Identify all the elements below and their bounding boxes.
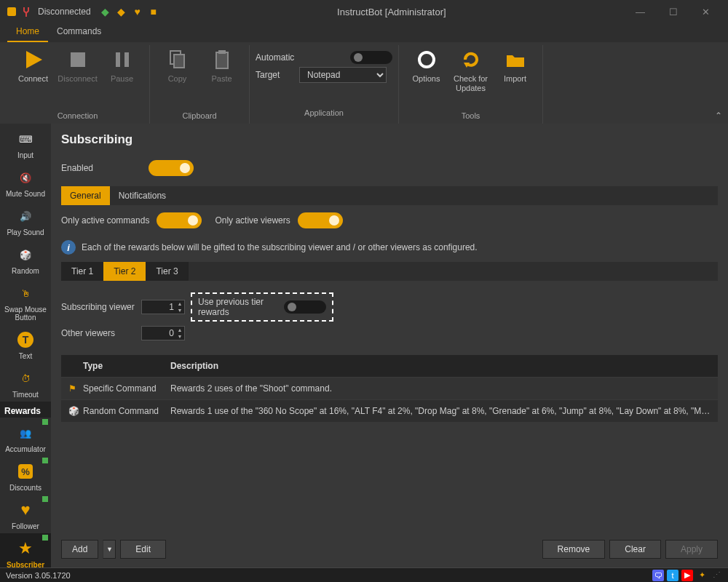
status-bar: Version 3.05.1720 🗨 t ▶ ✦ ⋰ [0, 567, 728, 582]
window-title: InstructBot [Administrator] [159, 7, 624, 17]
copy-button[interactable]: Copy [157, 45, 197, 84]
use-previous-tier-highlight: Use previous tier rewards [191, 292, 333, 322]
only-active-commands-toggle[interactable] [157, 212, 202, 228]
stopwatch-icon: ⏱ [15, 367, 36, 389]
ribbon-collapse-button[interactable]: ⌃ [715, 111, 722, 121]
menu-commands[interactable]: Commands [48, 23, 110, 42]
add-button-dropdown[interactable]: ▼ [103, 540, 116, 559]
add-button[interactable]: Add [61, 540, 98, 559]
table-row[interactable]: 🎲 Random Command Rewards 1 use of the "3… [61, 399, 718, 422]
svg-rect-8 [216, 52, 228, 68]
tab-general[interactable]: General [61, 186, 110, 205]
sidebar-item-accumulator[interactable]: 👥Accumulator [0, 418, 51, 456]
spinner-up[interactable]: ▲ [175, 300, 184, 307]
minimize-button[interactable]: — [624, 0, 657, 23]
connect-button[interactable]: Connect [13, 45, 53, 84]
only-active-viewers-toggle[interactable] [298, 212, 343, 228]
heart-icon: ♥ [15, 499, 36, 521]
edit-button[interactable]: Edit [120, 540, 166, 559]
sidebar-item-mute-sound[interactable]: 🔇Mute Sound [0, 162, 51, 201]
spinner-down[interactable]: ▼ [175, 333, 184, 340]
table-row[interactable]: ⚑ Specific Command Rewards 2 uses of the… [61, 377, 718, 399]
sidebar-item-play-sound[interactable]: 🔊Play Sound [0, 201, 51, 239]
enabled-toggle[interactable] [149, 160, 194, 176]
page-title: Subscribing [61, 132, 718, 147]
tier-tabs: Tier 1 Tier 2 Tier 3 [61, 262, 718, 281]
service-icon-3[interactable]: ♥ [132, 6, 143, 17]
spinner-down[interactable]: ▼ [175, 307, 184, 314]
sidebar-item-text[interactable]: TText [0, 324, 51, 363]
subscribing-viewer-label: Subscribing viewer [61, 302, 141, 312]
only-active-viewers-label: Only active viewers [215, 215, 290, 226]
check-updates-button[interactable]: Check for Updates [451, 45, 491, 93]
disconnect-button[interactable]: Disconnect [58, 45, 98, 84]
pause-label: Pause [111, 74, 133, 84]
use-previous-tier-toggle[interactable] [284, 300, 326, 314]
tab-tier2[interactable]: Tier 2 [103, 262, 146, 281]
sidebar-item-timeout[interactable]: ⏱Timeout [0, 363, 51, 402]
col-description[interactable]: Description [170, 361, 711, 371]
twitter-icon[interactable]: t [667, 570, 678, 581]
maximize-button[interactable]: ☐ [657, 0, 689, 23]
group-application-label: Application [304, 106, 344, 121]
import-label: Import [504, 74, 526, 84]
sidebar-item-follower[interactable]: ♥Follower [0, 495, 51, 533]
copy-icon [166, 48, 189, 71]
rewards-table: Type Description ⚑ Specific Command Rewa… [61, 355, 718, 422]
resize-grip[interactable]: ⋰ [711, 570, 722, 581]
youtube-icon[interactable]: ▶ [681, 570, 693, 581]
specific-command-icon: ⚑ [68, 383, 76, 394]
dice-icon: 🎲 [15, 244, 36, 266]
sidebar-item-discounts[interactable]: %Discounts [0, 456, 51, 495]
subscribing-viewer-spinner[interactable]: 1 ▲▼ [141, 300, 185, 314]
apply-button[interactable]: Apply [665, 540, 718, 559]
stop-icon [66, 48, 90, 71]
pause-icon [111, 48, 134, 71]
sidebar-item-subscriber[interactable]: ★Subscriber [0, 533, 51, 567]
gear-icon [415, 48, 438, 71]
star-icon: ★ [15, 538, 36, 559]
service-icon-1[interactable]: ◆ [100, 6, 111, 17]
paste-button[interactable]: Paste [202, 45, 242, 84]
service-icon-4[interactable]: ■ [148, 6, 159, 17]
info-text: Each of the rewards below will be gifted… [82, 242, 478, 252]
pause-button[interactable]: Pause [102, 45, 142, 84]
svg-text:T: T [23, 334, 29, 346]
tab-notifications[interactable]: Notifications [110, 186, 175, 205]
content-pane: Subscribing Enabled General Notification… [51, 124, 728, 567]
play-icon [22, 48, 45, 71]
menu-home[interactable]: Home [7, 23, 48, 42]
automatic-toggle[interactable] [350, 51, 392, 64]
close-button[interactable]: ✕ [689, 0, 722, 23]
mute-icon: 🔇 [15, 167, 36, 188]
target-select[interactable]: Notepad [299, 67, 387, 83]
tab-tier3[interactable]: Tier 3 [146, 262, 188, 281]
other-viewers-spinner[interactable]: 0 ▲▼ [141, 326, 185, 340]
remove-button[interactable]: Remove [542, 540, 606, 559]
paste-icon [210, 48, 234, 71]
options-button[interactable]: Options [406, 45, 446, 84]
service-icon-2[interactable]: ◆ [116, 6, 127, 17]
import-button[interactable]: Import [495, 45, 535, 84]
misc-icon[interactable]: ✦ [696, 570, 708, 581]
sidebar-item-random[interactable]: 🎲Random [0, 239, 51, 278]
copy-label: Copy [168, 74, 187, 84]
info-icon: i [61, 240, 76, 255]
sub-tabs: General Notifications [61, 186, 718, 205]
sidebar-item-swap-mouse[interactable]: 🖱Swap Mouse Button [0, 278, 51, 324]
svg-text:%: % [21, 466, 30, 477]
text-icon: T [15, 329, 36, 351]
target-label: Target [256, 70, 299, 80]
svg-point-11 [424, 57, 430, 63]
clear-button[interactable]: Clear [609, 540, 661, 559]
use-previous-tier-label: Use previous tier rewards [198, 297, 278, 317]
connection-status: Disconnected [38, 7, 91, 17]
tab-tier1[interactable]: Tier 1 [61, 262, 103, 281]
menu-bar: Home Commands [0, 23, 728, 42]
sidebar-item-input[interactable]: ⌨Input [0, 124, 51, 162]
discord-icon[interactable]: 🗨 [652, 570, 664, 581]
col-type[interactable]: Type [83, 361, 170, 371]
connect-label: Connect [18, 74, 48, 84]
spinner-up[interactable]: ▲ [175, 327, 184, 333]
speaker-icon: 🔊 [15, 205, 36, 227]
